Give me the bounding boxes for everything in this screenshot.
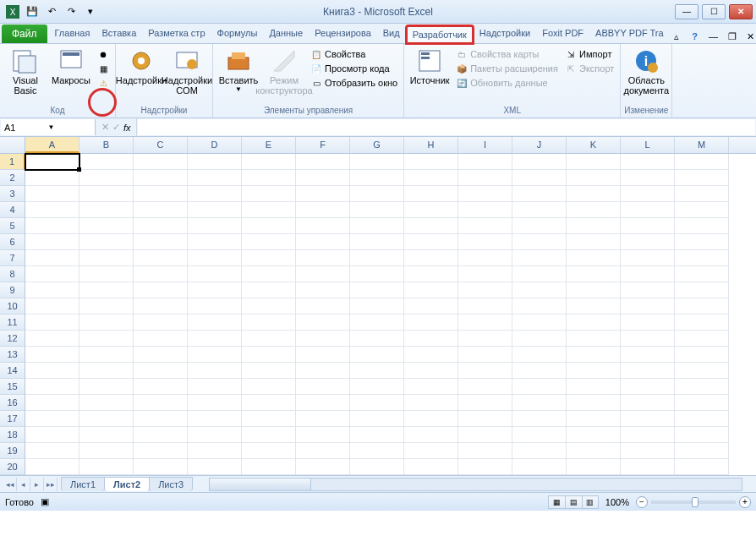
cell[interactable] (512, 250, 567, 266)
row-header[interactable]: 18 (0, 427, 25, 443)
cell[interactable] (350, 363, 404, 379)
cell[interactable] (512, 170, 567, 186)
cell[interactable] (350, 298, 404, 315)
cell[interactable] (350, 250, 404, 266)
worksheet-grid[interactable]: ABCDEFGHIJKLM 12345678910111213141516171… (0, 137, 756, 475)
cell[interactable] (188, 443, 242, 459)
cell[interactable] (621, 379, 675, 395)
cell[interactable] (296, 250, 350, 266)
column-header[interactable]: A (25, 137, 79, 153)
column-header[interactable]: C (134, 137, 188, 153)
cell[interactable] (242, 315, 296, 331)
run-dialog-button[interactable]: ▭Отобразить окно (308, 76, 400, 90)
cell[interactable] (296, 170, 350, 186)
zoom-in-button[interactable]: + (739, 496, 751, 508)
save-icon[interactable]: 💾 (23, 3, 41, 21)
cell[interactable] (296, 298, 350, 315)
cell[interactable] (512, 427, 567, 443)
cell[interactable] (404, 459, 458, 475)
ribbon-tab-2[interactable]: Разметка стр (142, 25, 211, 43)
cell[interactable] (621, 154, 675, 170)
fx-icon[interactable]: fx (123, 123, 131, 133)
row-header[interactable]: 10 (0, 298, 25, 315)
cell[interactable] (404, 411, 458, 427)
formula-input[interactable] (138, 119, 755, 135)
cell[interactable] (79, 411, 134, 427)
cell[interactable] (79, 395, 134, 411)
cell[interactable] (242, 298, 296, 315)
cell[interactable] (242, 186, 296, 202)
cell[interactable] (350, 202, 404, 218)
cell[interactable] (79, 282, 134, 298)
cell[interactable] (134, 315, 188, 331)
cell[interactable] (567, 427, 621, 443)
cell[interactable] (350, 154, 404, 170)
column-header[interactable]: D (188, 137, 242, 153)
properties-button[interactable]: 📋Свойства (308, 47, 400, 61)
cell[interactable] (242, 395, 296, 411)
cell[interactable] (512, 395, 567, 411)
cell[interactable] (512, 266, 567, 282)
cell[interactable] (25, 218, 79, 234)
cell[interactable] (621, 218, 675, 234)
sheet-nav-first-icon[interactable]: ◂◂ (3, 478, 17, 491)
cell[interactable] (242, 250, 296, 266)
cell[interactable] (134, 202, 188, 218)
row-header[interactable]: 2 (0, 170, 25, 186)
cell[interactable] (79, 298, 134, 315)
cell[interactable] (242, 379, 296, 395)
cell[interactable] (512, 443, 567, 459)
cell[interactable] (134, 298, 188, 315)
minimize-ribbon-icon[interactable]: ▵ (670, 30, 683, 43)
column-header[interactable]: B (79, 137, 134, 153)
cell[interactable] (567, 443, 621, 459)
cell[interactable] (134, 331, 188, 347)
cell[interactable] (188, 427, 242, 443)
cell[interactable] (404, 282, 458, 298)
cell[interactable] (675, 459, 729, 475)
cell[interactable] (296, 186, 350, 202)
view-code-button[interactable]: 📄Просмотр кода (308, 62, 400, 75)
cell[interactable] (567, 298, 621, 315)
cell[interactable] (134, 154, 188, 170)
cell[interactable] (675, 347, 729, 363)
cell[interactable] (458, 186, 512, 202)
cell[interactable] (134, 347, 188, 363)
cell[interactable] (79, 315, 134, 331)
cell[interactable] (458, 443, 512, 459)
cell[interactable] (458, 347, 512, 363)
cell[interactable] (350, 347, 404, 363)
cell[interactable] (675, 266, 729, 282)
cell[interactable] (25, 282, 79, 298)
row-header[interactable]: 4 (0, 202, 25, 218)
cell[interactable] (458, 459, 512, 475)
cell[interactable] (134, 427, 188, 443)
cell[interactable] (25, 459, 79, 475)
ribbon-tab-1[interactable]: Вставка (96, 25, 142, 43)
cell[interactable] (350, 266, 404, 282)
cell[interactable] (675, 379, 729, 395)
cell[interactable] (675, 331, 729, 347)
cell[interactable] (79, 459, 134, 475)
cell[interactable] (25, 154, 79, 170)
cell[interactable] (404, 363, 458, 379)
cell[interactable] (621, 298, 675, 315)
row-header[interactable]: 7 (0, 250, 25, 266)
sheet-tab[interactable]: Лист2 (104, 477, 150, 491)
cell[interactable] (134, 443, 188, 459)
cell[interactable] (79, 363, 134, 379)
cell[interactable] (404, 202, 458, 218)
cell[interactable] (242, 427, 296, 443)
cell[interactable] (134, 250, 188, 266)
cell[interactable] (458, 170, 512, 186)
cell[interactable] (567, 459, 621, 475)
doc-minimize-icon[interactable]: — (707, 30, 720, 43)
xml-source-button[interactable]: Источник (408, 46, 452, 87)
macros-button[interactable]: Макросы (49, 46, 93, 87)
minimize-button[interactable]: — (675, 4, 698, 19)
cell[interactable] (242, 266, 296, 282)
cell[interactable] (621, 347, 675, 363)
page-layout-view-button[interactable]: ▤ (565, 495, 582, 509)
cell[interactable] (621, 443, 675, 459)
cell[interactable] (79, 331, 134, 347)
